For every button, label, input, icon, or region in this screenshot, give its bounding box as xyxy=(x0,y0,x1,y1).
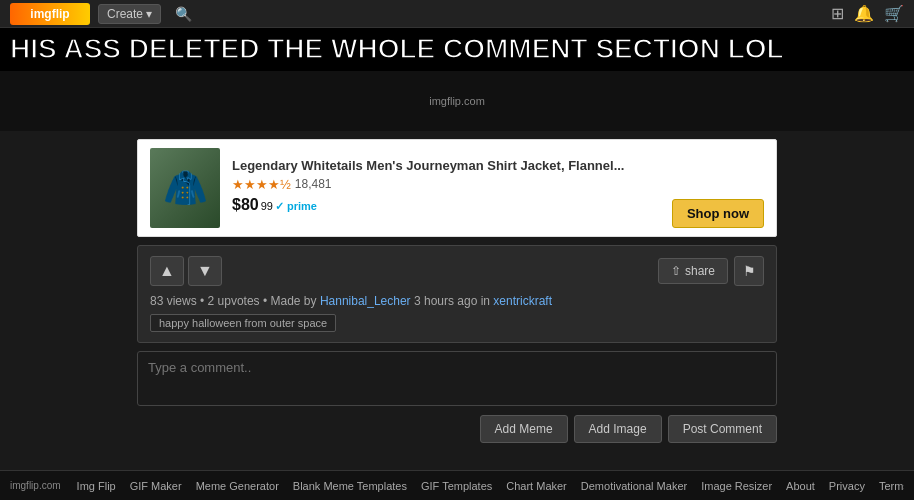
footer-link[interactable]: About xyxy=(786,480,815,492)
ad-price-dollars: $80 xyxy=(232,196,259,214)
time-label: 3 hours ago in xyxy=(414,294,493,308)
footer-link[interactable]: Image Resizer xyxy=(701,480,772,492)
views-count: 83 views xyxy=(150,294,197,308)
ad-banner: Legendary Whitetails Men's Journeyman Sh… xyxy=(137,139,777,237)
footer-link[interactable]: Img Flip xyxy=(77,480,116,492)
meme-caption: HIS ASS DELETED THE WHOLE COMMENT SECTIO… xyxy=(0,28,914,71)
bell-icon[interactable]: 🔔 xyxy=(854,4,874,23)
top-bar-right: ⊞ 🔔 🛒 xyxy=(831,4,904,23)
share-button[interactable]: ⇧ share xyxy=(658,258,728,284)
star-rating: ★★★★½ xyxy=(232,177,291,192)
flag-button[interactable]: ⚑ xyxy=(734,256,764,286)
vote-buttons: ▲ ▼ xyxy=(150,256,222,286)
footer-link[interactable]: GIF Maker xyxy=(130,480,182,492)
ad-title: Legendary Whitetails Men's Journeyman Sh… xyxy=(232,158,660,173)
dot-separator-1: • xyxy=(200,294,208,308)
add-image-button[interactable]: Add Image xyxy=(574,415,662,443)
ad-price: $8099 ✓ prime xyxy=(232,196,660,214)
community-link[interactable]: xentrickraft xyxy=(493,294,552,308)
add-meme-button[interactable]: Add Meme xyxy=(480,415,568,443)
ad-stars: ★★★★½ 18,481 xyxy=(232,177,660,192)
prime-badge: ✓ prime xyxy=(275,200,317,213)
comment-textarea[interactable] xyxy=(137,351,777,406)
vote-share-row: ▲ ▼ ⇧ share ⚑ xyxy=(150,256,764,286)
grid-icon[interactable]: ⊞ xyxy=(831,4,844,23)
meta-info: 83 views • 2 upvotes • Made by Hannibal_… xyxy=(150,294,764,308)
comment-buttons: Add Meme Add Image Post Comment xyxy=(137,415,777,443)
ad-price-superscript: 99 xyxy=(261,200,273,212)
shop-now-button[interactable]: Shop now xyxy=(672,199,764,228)
upvote-button[interactable]: ▲ xyxy=(150,256,184,286)
footer-link[interactable]: Demotivational Maker xyxy=(581,480,687,492)
author-link[interactable]: Hannibal_Lecher xyxy=(320,294,411,308)
logo-area: imgflip Create ▾ 🔍 xyxy=(10,3,192,25)
ad-product-image xyxy=(150,148,220,228)
logo-text: imgflip xyxy=(30,7,69,21)
top-bar: imgflip Create ▾ 🔍 ⊞ 🔔 🛒 xyxy=(0,0,914,28)
tag-badge[interactable]: happy halloween from outer space xyxy=(150,314,336,332)
cart-icon[interactable]: 🛒 xyxy=(884,4,904,23)
logo[interactable]: imgflip xyxy=(10,3,90,25)
ad-rating-count: 18,481 xyxy=(295,177,332,191)
create-button[interactable]: Create ▾ xyxy=(98,4,161,24)
footer: imgflip.com Img FlipGIF MakerMeme Genera… xyxy=(0,470,914,500)
interaction-panel: ▲ ▼ ⇧ share ⚑ 83 views • 2 upvotes • Mad… xyxy=(137,245,777,343)
share-label: share xyxy=(685,264,715,278)
share-icon: ⇧ xyxy=(671,264,681,278)
footer-links: Img FlipGIF MakerMeme GeneratorBlank Mem… xyxy=(77,480,904,492)
footer-link[interactable]: GIF Templates xyxy=(421,480,492,492)
dot-separator-2: • xyxy=(263,294,271,308)
post-comment-button[interactable]: Post Comment xyxy=(668,415,777,443)
share-area: ⇧ share ⚑ xyxy=(658,256,764,286)
footer-link[interactable]: Blank Meme Templates xyxy=(293,480,407,492)
imgflip-watermark: imgflip.com xyxy=(429,95,485,107)
footer-logo: imgflip.com xyxy=(10,480,61,491)
downvote-button[interactable]: ▼ xyxy=(188,256,222,286)
upvotes-count: 2 upvotes xyxy=(208,294,260,308)
meme-image-container: imgflip.com xyxy=(0,71,914,131)
footer-link[interactable]: Meme Generator xyxy=(196,480,279,492)
footer-link[interactable]: Chart Maker xyxy=(506,480,567,492)
footer-link[interactable]: Privacy xyxy=(829,480,865,492)
made-by-label: Made by xyxy=(271,294,320,308)
footer-link[interactable]: Terms xyxy=(879,480,904,492)
comment-area: Add Meme Add Image Post Comment xyxy=(137,351,777,443)
ad-text-area: Legendary Whitetails Men's Journeyman Sh… xyxy=(232,158,660,218)
search-icon[interactable]: 🔍 xyxy=(175,6,192,22)
